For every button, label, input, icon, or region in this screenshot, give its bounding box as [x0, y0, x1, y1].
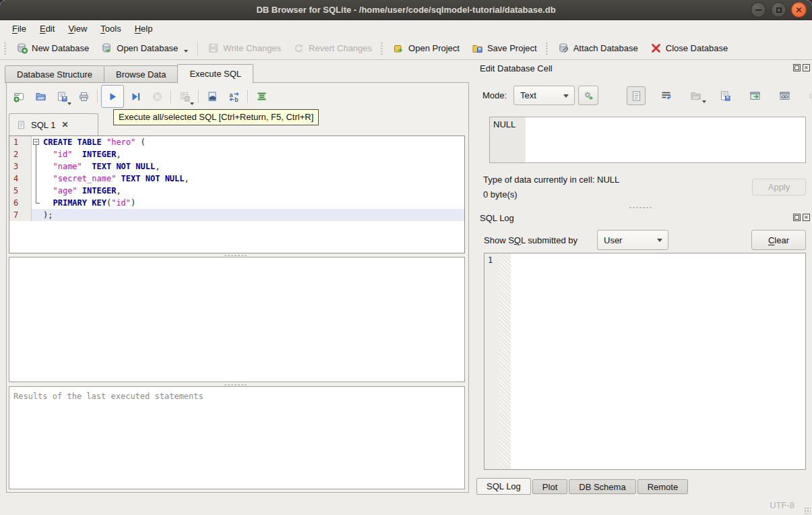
dock-splitter-handle[interactable]	[629, 206, 652, 209]
resize-grip[interactable]	[804, 507, 811, 514]
code-segment	[102, 138, 106, 147]
set-as-null-button[interactable]	[805, 86, 812, 105]
toolbar-separator	[170, 90, 171, 103]
close-tab-icon[interactable]: ✕	[61, 120, 68, 129]
find-icon	[207, 91, 218, 102]
mode-label: Mode:	[482, 90, 507, 100]
tab-database-structure[interactable]: Database Structure	[5, 65, 104, 83]
results-message-pane[interactable]: Results of the last executed statements	[9, 386, 465, 489]
toolbar-separator	[247, 90, 248, 103]
fold-margin[interactable]: −	[32, 136, 40, 148]
dropdown-caret-icon[interactable]	[67, 102, 71, 105]
export-to-file-button[interactable]	[716, 86, 735, 105]
code-line[interactable]: 3 "name" TEXT NOT NULL,	[9, 160, 464, 173]
apply-button[interactable]: Apply	[752, 179, 806, 195]
new-sql-tab-button[interactable]	[9, 86, 29, 107]
menu-view[interactable]: View	[61, 22, 94, 35]
tab-db-schema[interactable]: DB Schema	[569, 479, 635, 494]
close-dock-icon[interactable]	[803, 64, 810, 71]
tooltip: Execute all/selected SQL [Ctrl+Return, F…	[113, 109, 319, 125]
float-dock-icon[interactable]	[793, 64, 801, 71]
open-sql-file-button[interactable]	[30, 86, 51, 107]
float-dock-icon[interactable]	[793, 214, 801, 221]
log-fold-margin	[499, 253, 511, 469]
code-line[interactable]: 1−CREATE TABLE "hero" (	[9, 136, 464, 148]
log-line-numbers: 1	[485, 253, 499, 469]
attach-database-label: Attach Database	[573, 43, 638, 53]
toolbar-handle[interactable]	[3, 41, 7, 56]
write-changes-button[interactable]: Write Changes	[201, 39, 287, 58]
titlebar[interactable]: DB Browser for SQLite - /home/user/code/…	[0, 0, 812, 20]
open-in-external-app-button[interactable]	[745, 86, 764, 105]
auto-completion-button[interactable]: ab	[224, 86, 244, 107]
new-database-button[interactable]: New Database	[10, 39, 95, 58]
toolbar-handle[interactable]	[380, 41, 383, 56]
find-in-sql-button[interactable]	[202, 86, 222, 107]
open-file-icon	[690, 90, 701, 102]
cell-value-editor[interactable]: NULL	[489, 117, 806, 163]
tab-plot[interactable]: Plot	[532, 479, 567, 494]
code-line[interactable]: 2 "id" INTEGER,	[9, 148, 464, 160]
menu-file[interactable]: File	[5, 22, 33, 35]
sql-log-area[interactable]: 1	[484, 253, 806, 470]
save-sql-file-button[interactable]	[52, 86, 72, 107]
close-button-icon[interactable]: ✕	[791, 2, 807, 18]
execute-all-sql-button[interactable]	[101, 85, 124, 108]
save-results-button[interactable]	[175, 86, 195, 107]
code-segment: "age"	[53, 186, 77, 195]
code-segment	[43, 198, 53, 208]
minimize-button-icon[interactable]	[751, 2, 766, 18]
format-sql-button[interactable]	[251, 86, 272, 107]
close-dock-icon[interactable]	[803, 214, 810, 221]
code-segment: )	[131, 198, 135, 208]
revert-changes-button[interactable]: Revert Changes	[287, 39, 378, 58]
log-filter-select[interactable]: User	[597, 230, 668, 250]
open-project-button[interactable]: Open Project	[387, 39, 466, 58]
tab-remote[interactable]: Remote	[637, 479, 689, 494]
code-segment: PRIMARY KEY	[53, 198, 106, 208]
open-project-icon	[393, 42, 404, 54]
clear-log-button[interactable]: Clear	[751, 230, 806, 250]
code-line[interactable]: 5 "age" INTEGER,	[9, 185, 464, 197]
toolbar-handle[interactable]	[545, 41, 549, 56]
copy-link-button[interactable]	[775, 86, 794, 105]
open-database-label: Open Database	[117, 43, 178, 53]
query-results-grid[interactable]	[9, 257, 465, 382]
dropdown-caret-icon[interactable]	[184, 50, 188, 53]
sql-code-editor[interactable]: 1−CREATE TABLE "hero" (2 "id" INTEGER,3 …	[9, 135, 465, 253]
encoding-indicator[interactable]: UTF-8	[770, 500, 794, 510]
tab-sql-log[interactable]: SQL Log	[476, 478, 531, 495]
dock-buttons	[793, 214, 810, 221]
save-project-button[interactable]: Save Project	[466, 39, 543, 58]
dropdown-caret-icon[interactable]	[190, 102, 194, 105]
print-sql-button[interactable]	[73, 86, 94, 107]
menu-help[interactable]: Help	[128, 22, 160, 35]
revert-changes-icon	[293, 42, 305, 54]
maximize-button-icon[interactable]	[771, 2, 786, 18]
log-line-number: 1	[488, 255, 499, 265]
code-line[interactable]: 7);	[9, 209, 464, 221]
sql-editor-tab[interactable]: SQL 1 ✕	[9, 113, 98, 135]
code-line[interactable]: 4 "secret_name" TEXT NOT NULL,	[9, 173, 464, 185]
tab-execute-sql[interactable]: Execute SQL	[177, 64, 253, 84]
menu-tools[interactable]: Tools	[94, 22, 127, 35]
word-wrap-button[interactable]	[656, 86, 675, 105]
dropdown-caret-icon[interactable]	[702, 100, 706, 103]
close-database-button[interactable]: Close Database	[644, 39, 735, 58]
tab-browse-data[interactable]: Browse Data	[104, 65, 178, 83]
stop-execution-button[interactable]	[147, 86, 167, 107]
mode-select[interactable]: Text	[513, 86, 575, 105]
text-mode-button[interactable]	[627, 86, 646, 105]
attach-database-button[interactable]: Attach Database	[552, 39, 644, 58]
toolbar-separator	[198, 90, 199, 103]
code-line[interactable]: 6 PRIMARY KEY("id")	[9, 197, 464, 209]
import-from-file-button[interactable]	[686, 86, 705, 105]
open-database-button[interactable]: Open Database	[95, 39, 194, 58]
close-database-label: Close Database	[666, 43, 728, 53]
execute-current-line-button[interactable]	[125, 86, 146, 107]
code-segment: "hero"	[106, 138, 135, 147]
cell-type-text: Type of data currently in cell: NULL	[483, 175, 619, 185]
auto-apply-button[interactable]	[578, 86, 598, 105]
code-segment: TEXT NOT NULL	[121, 174, 185, 183]
menu-edit[interactable]: Edit	[33, 22, 61, 35]
